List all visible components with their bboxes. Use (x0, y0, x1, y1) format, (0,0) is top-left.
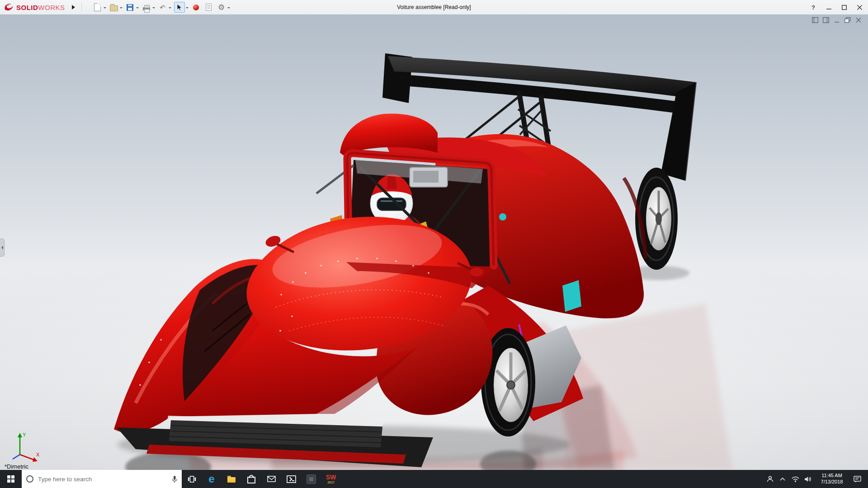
select-tool-dropdown[interactable] (186, 7, 189, 10)
application-icon (307, 474, 316, 484)
cortana-icon (26, 475, 33, 483)
hidden-icons-button[interactable] (776, 470, 789, 488)
taskbar-search[interactable] (22, 470, 182, 488)
start-button[interactable] (0, 470, 22, 488)
menu-expand-icon (72, 5, 75, 9)
window-dock-left-icon[interactable] (812, 17, 818, 23)
microphone-icon[interactable] (172, 475, 177, 483)
window-close-icon[interactable] (855, 17, 862, 23)
solidworks-2017-button[interactable]: SW 2017 (321, 470, 341, 488)
toolbar-separator (81, 3, 82, 12)
appearance-icon (193, 5, 199, 10)
windows-logo-icon (7, 475, 14, 483)
close-icon (857, 5, 862, 10)
volume-button[interactable] (802, 470, 814, 488)
undo-dropdown[interactable] (169, 7, 171, 10)
3d-model-canvas[interactable] (0, 14, 868, 470)
help-icon: ? (811, 4, 815, 11)
orientation-triad: Y X (6, 430, 42, 463)
save-dropdown[interactable] (136, 7, 139, 10)
help-button[interactable]: ? (806, 0, 821, 14)
volume-icon (804, 476, 811, 482)
task-view-button[interactable] (182, 470, 202, 488)
clock-time: 11:45 AM (814, 473, 849, 479)
open-icon (110, 5, 118, 11)
view-orientation-label: *Dimetric (5, 463, 28, 470)
solidworks-logo: SOLIDWORKS (0, 3, 65, 12)
open-button[interactable] (108, 1, 123, 13)
collapse-arrow-icon (1, 246, 3, 249)
undo-icon: ↶ (160, 4, 165, 11)
mail-icon (267, 476, 276, 482)
file-explorer-icon (227, 477, 236, 483)
window-minimize-icon[interactable] (834, 17, 840, 23)
store-button[interactable] (241, 470, 261, 488)
solidworks-wordmark: SOLIDWORKS (16, 4, 65, 11)
options-button[interactable]: ⚙ (216, 1, 231, 13)
edge-button[interactable]: e (202, 470, 222, 488)
taskbar-clock[interactable]: 11:45 AM 7/13/2018 (814, 473, 849, 485)
taskbar-apps: e SW 2017 (182, 470, 341, 488)
new-document-icon (94, 3, 101, 11)
window-dock-right-icon[interactable] (823, 17, 829, 23)
open-dropdown[interactable] (120, 7, 123, 10)
minimize-button[interactable] (821, 0, 836, 14)
document-title: Voiture assemblee [Read-only] (397, 4, 471, 10)
new-document-button[interactable] (92, 1, 107, 13)
select-tool-button[interactable] (173, 1, 189, 13)
new-document-dropdown[interactable] (104, 7, 106, 10)
command-prompt-icon (287, 475, 296, 483)
file-properties-icon (206, 4, 212, 11)
window-controls: ? (806, 0, 867, 14)
chevron-up-icon (780, 477, 785, 481)
quick-toolbar: ↶ ⚙ (92, 1, 231, 13)
close-button[interactable] (852, 0, 867, 14)
clock-date: 7/13/2018 (814, 479, 849, 485)
save-icon (127, 4, 133, 11)
store-icon (247, 477, 255, 483)
triad-y-label: Y (23, 432, 26, 437)
options-gear-icon: ⚙ (218, 4, 225, 11)
action-center-icon (854, 476, 861, 483)
minimize-icon (826, 5, 831, 10)
graphics-area[interactable]: Y X *Dimetric (0, 14, 868, 470)
menu-expand-button[interactable] (70, 3, 78, 11)
system-tray: 11:45 AM 7/13/2018 (764, 470, 868, 488)
brand-solid: SOLID (16, 4, 38, 11)
solidworks-window: SOLIDWORKS ↶ ⚙ Voiture assemblee [Read-o… (0, 0, 868, 488)
people-icon (767, 476, 774, 482)
command-prompt-button[interactable] (281, 470, 301, 488)
window-restore-icon[interactable] (844, 17, 851, 23)
print-icon (143, 7, 150, 10)
file-explorer-button[interactable] (222, 470, 241, 488)
wifi-icon (792, 476, 799, 482)
teal-detail (499, 213, 506, 221)
app-button[interactable] (301, 470, 321, 488)
brand-works: WORKS (38, 4, 65, 11)
options-dropdown[interactable] (227, 7, 230, 10)
maximize-button[interactable] (836, 0, 852, 14)
mail-button[interactable] (261, 470, 281, 488)
file-properties-button[interactable] (203, 1, 215, 13)
appearance-button[interactable] (190, 1, 202, 13)
solidworks-2017-icon: SW 2017 (326, 474, 336, 484)
collapsed-panel-handle[interactable] (0, 239, 5, 257)
select-cursor-icon (176, 4, 183, 11)
triad-x-label: X (36, 452, 40, 457)
save-button[interactable] (124, 1, 140, 13)
windows-taskbar: e SW 2017 (0, 470, 868, 488)
title-bar: SOLIDWORKS ↶ ⚙ Voiture assemblee [Read-o… (0, 0, 868, 15)
print-dropdown[interactable] (152, 7, 155, 10)
search-input[interactable] (37, 475, 168, 483)
document-window-controls (812, 17, 862, 23)
edge-icon: e (208, 474, 214, 484)
action-center-button[interactable] (849, 470, 865, 488)
taskbar-empty-area (341, 470, 764, 488)
teal-intake (562, 280, 581, 312)
people-button[interactable] (764, 470, 776, 488)
print-button[interactable] (141, 1, 156, 13)
network-button[interactable] (789, 470, 802, 488)
right-mirror (470, 267, 483, 277)
undo-button[interactable]: ↶ (157, 1, 172, 13)
solidworks-logo-mark (4, 3, 14, 12)
